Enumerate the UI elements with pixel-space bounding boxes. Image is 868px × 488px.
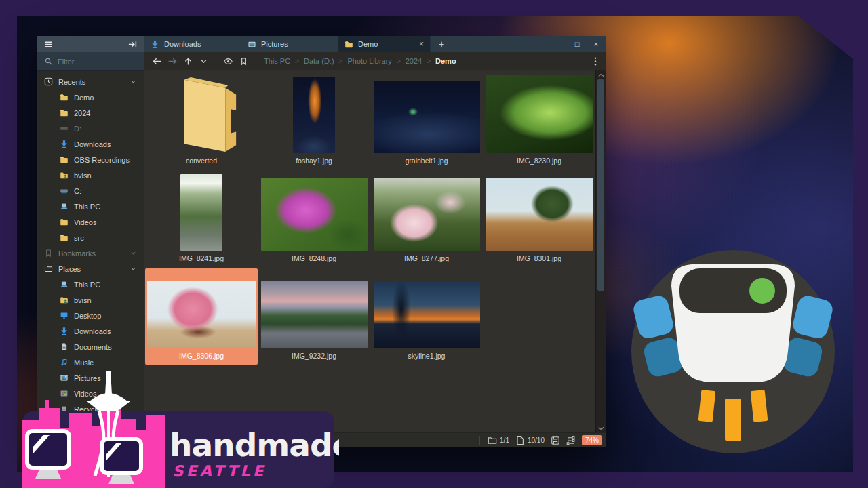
- file-name: IMG_8248.jpg: [292, 251, 336, 266]
- window-controls: –□×: [549, 36, 606, 52]
- photo-thumbnail: [374, 81, 480, 153]
- breadcrumb-separator: >: [295, 58, 299, 65]
- file-tile[interactable]: IMG_8241.jpg: [145, 171, 258, 267]
- bookmark-add-button[interactable]: [237, 55, 251, 67]
- kebab-menu-button[interactable]: [591, 56, 600, 66]
- logo-title: handmade: [170, 426, 339, 464]
- folder-icon: [60, 108, 68, 117]
- photo-thumbnail: [180, 174, 222, 251]
- chevron-down-icon[interactable]: [130, 249, 137, 257]
- eye-preview-button[interactable]: [221, 55, 235, 67]
- sidebar-section-recents[interactable]: Recents: [37, 74, 144, 89]
- save-layout-button[interactable]: [551, 436, 560, 445]
- breadcrumb-item[interactable]: Photo Library: [347, 57, 391, 65]
- maximize-button[interactable]: □: [568, 36, 587, 52]
- up-button[interactable]: [181, 55, 195, 67]
- sidebar-item-bvisn[interactable]: bvisn: [37, 167, 144, 183]
- folder-tile[interactable]: converted: [145, 73, 258, 169]
- scroll-up-icon[interactable]: [596, 70, 606, 79]
- sidebar-item-videos[interactable]: Videos: [37, 214, 144, 230]
- breadcrumb-item[interactable]: This PC: [264, 57, 290, 65]
- file-name: skyline1.jpg: [408, 348, 446, 363]
- file-count: 10/10: [515, 436, 545, 445]
- file-tile[interactable]: IMG_8306.jpg: [145, 268, 258, 365]
- pin-sidebar-icon[interactable]: [127, 39, 138, 49]
- photo-thumbnail: [374, 178, 480, 251]
- navigation-toolbar: This PC>Data (D:)>Photo Library>2024>Dem…: [144, 52, 606, 70]
- tab-close-icon[interactable]: ×: [410, 39, 424, 49]
- tabbar-spacer: [452, 36, 549, 52]
- breadcrumb: This PC>Data (D:)>Photo Library>2024>Dem…: [261, 57, 589, 65]
- back-button[interactable]: [150, 55, 164, 67]
- file-tile[interactable]: skyline1.jpg: [370, 268, 483, 365]
- sidebar-item-desktop[interactable]: Desktop: [37, 308, 144, 323]
- file-name: IMG_8230.jpg: [517, 153, 561, 168]
- sidebar-item-c-[interactable]: C:: [37, 183, 144, 199]
- status-divider: [479, 436, 480, 445]
- scroll-down-icon[interactable]: [596, 424, 606, 432]
- tree-view-button[interactable]: [566, 436, 576, 445]
- new-tab-button[interactable]: +: [431, 36, 452, 52]
- bookmark-icon: [44, 249, 53, 258]
- robot-eye: [749, 278, 775, 304]
- drivec-icon: [60, 186, 68, 195]
- tab-pictures[interactable]: Pictures: [241, 36, 338, 52]
- chevron-down-icon[interactable]: [130, 265, 137, 272]
- sidebar-item-obs-recordings[interactable]: OBS Recordings: [37, 152, 144, 167]
- logo-subtitle: SEATTLE: [172, 462, 267, 480]
- tab-demo[interactable]: Demo×: [338, 36, 431, 52]
- sidebar-item-demo[interactable]: Demo: [37, 89, 144, 105]
- placesfolder-icon: [44, 264, 53, 273]
- forward-button[interactable]: [165, 55, 180, 67]
- file-name: converted: [186, 153, 217, 168]
- file-tile[interactable]: IMG_8277.jpg: [370, 171, 483, 267]
- file-tile[interactable]: IMG_8230.jpg: [483, 73, 595, 169]
- open-folder-icon: [161, 75, 241, 153]
- sidebar-section-bookmarks[interactable]: Bookmarks: [37, 245, 144, 261]
- close-button[interactable]: ×: [587, 36, 606, 52]
- history-chevron-button[interactable]: [197, 55, 211, 67]
- sidebar-section-places[interactable]: Places: [37, 261, 144, 277]
- file-name: foshay1.jpg: [296, 153, 332, 168]
- tab-downloads[interactable]: Downloads: [144, 36, 241, 52]
- toolbar-divider: [256, 56, 256, 66]
- file-name: grainbelt1.jpg: [405, 153, 448, 168]
- handmade-seattle-logo: handmade SEATTLE: [20, 366, 339, 488]
- sidebar-item-src[interactable]: src: [37, 230, 144, 245]
- breadcrumb-separator: >: [339, 58, 343, 65]
- filter-box[interactable]: Filter...: [37, 52, 144, 71]
- sidebar-item-bvisn[interactable]: bvisn: [37, 292, 144, 308]
- photo-thumbnail: [261, 178, 368, 251]
- sidebar-item-this-pc[interactable]: This PC: [37, 199, 144, 214]
- file-tile[interactable]: IMG_8248.jpg: [258, 171, 370, 267]
- hamburger-menu-icon[interactable]: [43, 39, 54, 49]
- folder-count: 1/1: [488, 436, 509, 445]
- sidebar-item-this-pc[interactable]: This PC: [37, 277, 144, 292]
- folders-count-icon: [488, 436, 497, 445]
- breadcrumb-item[interactable]: Demo: [435, 57, 456, 65]
- scrollbar-thumb[interactable]: [597, 79, 604, 291]
- vertical-scrollbar[interactable]: [595, 70, 606, 432]
- file-tile[interactable]: IMG_9232.jpg: [258, 268, 370, 365]
- sidebar-tree: RecentsDemo2024D:DownloadsOBS Recordings…: [37, 71, 144, 417]
- breadcrumb-item[interactable]: Data (D:): [304, 57, 334, 65]
- userfolder-icon: [60, 171, 68, 180]
- sidebar-item-documents[interactable]: Documents: [37, 339, 144, 354]
- filter-placeholder: Filter...: [58, 58, 80, 66]
- chevron-down-icon[interactable]: [130, 78, 137, 85]
- minimize-button[interactable]: –: [549, 36, 568, 52]
- breadcrumb-item[interactable]: 2024: [406, 57, 422, 65]
- sidebar-item-downloads[interactable]: Downloads: [37, 136, 144, 152]
- document-icon: [60, 342, 68, 351]
- folder-icon: [344, 40, 353, 49]
- sidebar-item-downloads[interactable]: Downloads: [37, 323, 144, 339]
- sidebar-header: [37, 36, 144, 52]
- file-name: IMG_8301.jpg: [517, 251, 561, 266]
- file-tile[interactable]: grainbelt1.jpg: [370, 73, 483, 169]
- download-icon: [60, 140, 68, 148]
- sidebar-item-2024[interactable]: 2024: [37, 105, 144, 121]
- sidebar-item-d-[interactable]: D:: [37, 121, 144, 136]
- file-tile[interactable]: foshay1.jpg: [258, 73, 370, 169]
- memory-usage-badge[interactable]: 74%: [582, 435, 602, 445]
- file-tile[interactable]: IMG_8301.jpg: [483, 171, 595, 267]
